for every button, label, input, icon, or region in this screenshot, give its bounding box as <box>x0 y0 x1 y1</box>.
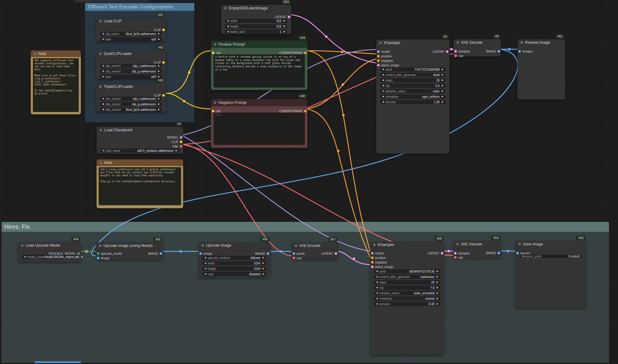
increment-arrow-icon[interactable]: ▶ <box>158 70 160 72</box>
vae-decode-output-IMAGE[interactable]: IMAGE <box>486 49 500 53</box>
increment-arrow-icon[interactable]: ▶ <box>158 38 160 40</box>
upscale-image-widget-upscale_method[interactable]: ◀upscale_methodbilinear▶ <box>202 256 266 260</box>
load-clip-output-CLIP[interactable]: CLIP <box>154 28 165 32</box>
output-port-dot[interactable] <box>162 61 165 64</box>
increment-arrow-icon[interactable]: ▶ <box>437 297 438 300</box>
offscreen-node-edge[interactable] <box>75 0 149 2</box>
upscale-image-widget-crop[interactable]: ◀cropdisabled▶ <box>202 272 266 276</box>
empty-sd3-latent-image-output-LATENT[interactable]: LATENT <box>275 15 290 19</box>
output-port-dot[interactable] <box>335 252 337 255</box>
increment-arrow-icon[interactable]: ▶ <box>442 85 444 87</box>
input-port-dot[interactable] <box>371 252 374 254</box>
input-port-dot[interactable] <box>377 64 380 66</box>
node-negative-prompt[interactable]: #40Negative PromptclipCONDITIONINGtext <box>211 99 307 148</box>
decrement-arrow-icon[interactable]: ◀ <box>382 90 384 92</box>
increment-arrow-icon[interactable]: ▶ <box>263 262 264 264</box>
collapse-dot-icon[interactable] <box>100 161 102 164</box>
upscale-image-widget-width[interactable]: ◀width1024▶ <box>202 261 266 265</box>
comfyui-canvas[interactable]: Different Text Encoder ConfigurationsHir… <box>0 0 618 364</box>
triple-clip-loader-widget-clip_name3[interactable]: ◀clip_name3t5xxl_fp16.safetensors▶ <box>100 107 162 112</box>
empty-sd3-latent-image-widget-batch_size[interactable]: ◀batch_size1▶ <box>225 30 288 34</box>
collapse-dot-icon[interactable] <box>224 7 227 9</box>
dual-clip-loader-widget-type[interactable]: ◀typesd3▶ <box>100 75 162 79</box>
ksampler-hires-widget-steps[interactable]: ◀steps20▶ <box>374 280 441 284</box>
input-port-dot[interactable] <box>212 52 214 54</box>
node-ksampler[interactable]: #3KSamplermodelpositivenegativelatent_im… <box>376 40 449 154</box>
collapse-dot-icon[interactable] <box>99 85 102 88</box>
ksampler-hires-input-model[interactable]: model <box>371 251 384 255</box>
node-note-clip[interactable]: NoteSD3 supports different text encoder … <box>31 50 81 114</box>
decrement-arrow-icon[interactable]: ◀ <box>204 273 206 275</box>
upscale-image-output-IMAGE[interactable]: IMAGE <box>255 251 269 256</box>
decrement-arrow-icon[interactable]: ◀ <box>376 297 378 300</box>
ksampler-hires-input-latent_image[interactable]: latent_image <box>371 265 393 269</box>
collapse-dot-icon[interactable] <box>99 20 102 22</box>
load-upscale-model-widget-model_name[interactable]: ◀model_nameRealESRGAN_x4plus.pth▶ <box>22 255 77 259</box>
decrement-arrow-icon[interactable]: ◀ <box>376 303 378 305</box>
collapse-dot-icon[interactable] <box>379 42 382 44</box>
node-upscale-image[interactable]: #56Upscale ImageimageIMAGE◀upscale_metho… <box>199 242 270 278</box>
load-checkpoint-output-CLIP[interactable]: CLIP <box>171 140 182 144</box>
decrement-arrow-icon[interactable]: ◀ <box>102 149 104 152</box>
input-port-dot[interactable] <box>377 50 380 53</box>
decrement-arrow-icon[interactable]: ◀ <box>382 85 384 87</box>
increment-arrow-icon[interactable]: ▶ <box>437 303 438 305</box>
collapse-dot-icon[interactable] <box>21 244 24 247</box>
collapse-dot-icon[interactable] <box>99 244 101 247</box>
ksampler-hires-widget-seed[interactable]: ◀seed682440761578135▶ <box>374 269 441 273</box>
input-port-dot[interactable] <box>377 59 380 62</box>
decrement-arrow-icon[interactable]: ◀ <box>382 101 384 103</box>
collapse-dot-icon[interactable] <box>100 129 102 131</box>
upscale-image-using-model-input-image[interactable]: image <box>97 256 110 260</box>
output-port-dot[interactable] <box>498 252 500 254</box>
node-dual-clip-loader[interactable]: #42DualCLIPLoaderCLIP◀clip_name1clip_l.s… <box>96 50 166 79</box>
increment-arrow-icon[interactable]: ▶ <box>442 101 444 103</box>
vae-decode-input-vae[interactable]: vae <box>454 54 464 58</box>
output-port-dot[interactable] <box>304 110 307 112</box>
decrement-arrow-icon[interactable]: ◀ <box>102 103 104 105</box>
output-port-dot[interactable] <box>78 252 80 255</box>
input-port-dot[interactable] <box>454 55 457 57</box>
increment-arrow-icon[interactable]: ▶ <box>437 286 438 289</box>
node-vae-encode[interactable]: #57VAE EncodepixelsvaeLATENT <box>292 242 338 259</box>
decrement-arrow-icon[interactable]: ◀ <box>102 75 104 78</box>
input-port-dot[interactable] <box>454 256 457 259</box>
vae-encode-input-vae[interactable]: vae <box>293 256 302 260</box>
ksampler-output-LATENT[interactable]: LATENT <box>433 49 448 54</box>
output-port-dot[interactable] <box>180 141 182 143</box>
empty-sd3-latent-image-widget-width[interactable]: ◀width512▶ <box>225 19 288 23</box>
ksampler-hires-output-LATENT[interactable]: LATENT <box>428 251 443 255</box>
input-port-dot[interactable] <box>371 257 374 259</box>
decrement-arrow-icon[interactable]: ◀ <box>102 65 104 67</box>
ksampler-widget-control_after_generate[interactable]: ◀control_after_generatefixed▶ <box>380 73 446 77</box>
collapse-dot-icon[interactable] <box>518 243 521 245</box>
collapse-dot-icon[interactable] <box>456 243 459 245</box>
input-port-dot[interactable] <box>371 266 374 268</box>
increment-arrow-icon[interactable]: ▶ <box>442 68 444 71</box>
ksampler-hires-widget-sampler_name[interactable]: ◀sampler_nameeuler_ancestral▶ <box>374 291 441 295</box>
decrement-arrow-icon[interactable]: ◀ <box>24 256 26 258</box>
ksampler-widget-denoise[interactable]: ◀denoise1.00▶ <box>380 100 446 104</box>
load-checkpoint-output-MODEL[interactable]: MODEL <box>167 135 182 139</box>
increment-arrow-icon[interactable]: ▶ <box>442 90 444 92</box>
output-port-dot[interactable] <box>498 50 500 53</box>
input-port-dot[interactable] <box>97 252 99 255</box>
vae-encode-output-LATENT[interactable]: LATENT <box>321 251 337 256</box>
collapse-dot-icon[interactable] <box>34 53 36 55</box>
decrement-arrow-icon[interactable]: ◀ <box>376 270 378 273</box>
upscale-image-input-image[interactable]: image <box>199 251 212 256</box>
decrement-arrow-icon[interactable]: ◀ <box>102 97 104 100</box>
decrement-arrow-icon[interactable]: ◀ <box>102 33 104 35</box>
ksampler-widget-steps[interactable]: ◀steps20▶ <box>380 78 446 82</box>
increment-arrow-icon[interactable]: ▶ <box>263 267 264 270</box>
vae-decode-hires-output-IMAGE[interactable]: IMAGE <box>486 251 500 255</box>
output-port-dot[interactable] <box>267 252 269 255</box>
note-clip-text[interactable]: SD3 supports different text encoder conf… <box>33 58 79 112</box>
node-vae-decode-hires[interactable]: #59VAE DecodesamplesvaeIMAGE <box>453 241 501 258</box>
node-preview-image[interactable]: #61Preview Imageimages <box>518 39 565 100</box>
input-port-dot[interactable] <box>371 261 374 263</box>
node-load-checkpoint[interactable]: #4Load CheckpointMODELCLIPVAE◀ckpt_names… <box>97 127 183 154</box>
decrement-arrow-icon[interactable]: ◀ <box>227 30 229 33</box>
ksampler-widget-sampler_name[interactable]: ◀sampler_nameeuler▶ <box>380 89 446 93</box>
vae-decode-hires-input-samples[interactable]: samples <box>454 251 470 255</box>
